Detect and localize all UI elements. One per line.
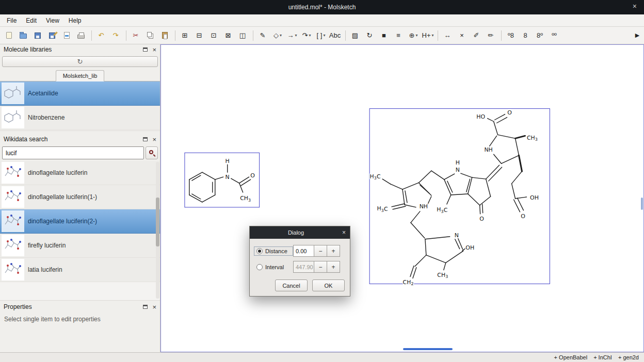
insert-text-item-button[interactable]: ⊡ xyxy=(207,29,221,42)
close-panel-icon[interactable]: × xyxy=(152,46,156,53)
toolbar-glyph: → xyxy=(287,32,294,39)
export-button[interactable] xyxy=(60,29,74,42)
wikidata-item-firefly-luciferin[interactable]: firefly luciferin xyxy=(0,234,160,258)
dialog-close-button[interactable]: × xyxy=(342,229,350,236)
spin-increment-button[interactable]: + xyxy=(327,245,340,257)
insert-item-button[interactable]: ⊟ xyxy=(193,29,206,42)
hydrogen-tool-button[interactable]: H+ ▾ xyxy=(421,29,434,42)
toolbar-extension-button[interactable]: ▶ xyxy=(633,29,642,42)
open-file-button[interactable] xyxy=(17,29,30,42)
wikidata-list-scrollbar[interactable] xyxy=(156,162,159,299)
wikidata-search-button[interactable] xyxy=(146,146,158,159)
text-tool-button[interactable]: Abc xyxy=(329,29,342,42)
menu-item[interactable]: View xyxy=(41,15,64,26)
new-file-button[interactable] xyxy=(3,29,16,42)
cancel-button[interactable]: Cancel xyxy=(275,279,308,291)
canvas-vscroll-thumb[interactable] xyxy=(641,198,643,210)
scene-svg[interactable]: HNOCH3HOOCH3NHHNH3CH3CH3CNHOOHONOHCH3CH2 xyxy=(161,45,643,352)
menu-item[interactable]: File xyxy=(2,15,21,26)
molecule-luciferin[interactable]: HOOCH3NHHNH3CH3CH3CNHOOHONOHCH3CH2 xyxy=(370,109,539,286)
cut-button[interactable]: ✂ xyxy=(130,29,143,42)
save-button[interactable] xyxy=(31,29,45,42)
float-panel-icon[interactable] xyxy=(143,47,148,52)
canvas-hscroll-thumb[interactable] xyxy=(403,348,453,350)
insert-frame-button[interactable]: ⊠ xyxy=(222,29,235,42)
float-panel-icon[interactable] xyxy=(143,137,148,141)
spinbox-value[interactable]: 447.90 xyxy=(293,261,314,273)
atom-label: N xyxy=(226,174,230,180)
ok-button[interactable]: OK xyxy=(312,279,345,291)
redo-button[interactable]: ↷ xyxy=(109,29,123,42)
undo-button[interactable]: ↶ xyxy=(95,29,108,42)
close-panel-icon[interactable]: × xyxy=(152,136,156,143)
wikidata-item-label: dinoflagellate luciferin xyxy=(28,169,87,176)
toolbar-glyph: ≡ xyxy=(396,32,400,39)
insert-molecule-button[interactable]: ⊞ xyxy=(179,29,192,42)
wikidata-item-dinoflagellate-luciferin-2[interactable]: dinoflagellate luciferin(2-) xyxy=(0,209,160,234)
spin-decrement-button[interactable]: − xyxy=(314,261,327,273)
tab-molsketch-lib[interactable]: Molsketch_lib xyxy=(56,70,105,81)
paste-button[interactable] xyxy=(158,29,172,42)
mechanism-arrow-tool-button[interactable]: ↷ ▾ xyxy=(300,29,313,42)
window-close-button[interactable]: × xyxy=(631,2,639,10)
reaction-arrow-tool-button[interactable]: → ▾ xyxy=(285,29,299,42)
toolbar-button xyxy=(501,30,502,41)
library-refresh-button[interactable]: ↻ xyxy=(2,56,158,67)
charge-tool-button[interactable]: ⊕ ▾ xyxy=(407,29,420,42)
optimize-tool-4[interactable]: ºº xyxy=(548,29,561,42)
atom-label: N xyxy=(455,232,459,239)
optimize-tool-1[interactable]: º8 xyxy=(505,29,518,42)
toolbar-glyph: [ ] xyxy=(317,32,323,39)
line-width-button[interactable]: ≡ xyxy=(392,29,406,42)
spin-increment-button[interactable]: + xyxy=(327,261,340,273)
print-button[interactable] xyxy=(75,29,88,42)
menu-item[interactable]: Edit xyxy=(21,15,41,26)
save-as-button[interactable] xyxy=(46,29,59,42)
pen-arrow-tool-button[interactable]: ✏ xyxy=(485,29,498,42)
hash-tool-button[interactable]: ▨ xyxy=(349,29,362,42)
copy-button[interactable] xyxy=(144,29,157,42)
spinbox-value[interactable]: 0.00 xyxy=(293,245,314,257)
bracket-tool-button[interactable]: [ ] ▾ xyxy=(314,29,328,42)
wikidata-item-dinoflagellate-luciferin-1[interactable]: dinoflagellate luciferin(1-) xyxy=(0,185,160,209)
molecule-acetanilide[interactable]: HNOCH3 xyxy=(189,158,255,203)
spinbox: 447.90 − + xyxy=(293,261,340,273)
radio-option[interactable]: Distance xyxy=(254,246,293,256)
selection-rectangle[interactable] xyxy=(369,109,550,284)
menu-item[interactable]: Help xyxy=(64,15,86,26)
radio-option[interactable]: Interval xyxy=(254,262,293,272)
wikidata-item-dinoflagellate-luciferin[interactable]: dinoflagellate luciferin xyxy=(0,161,160,185)
library-tabbar: Molsketch_lib xyxy=(0,70,160,81)
wikidata-search-input[interactable] xyxy=(2,146,144,159)
toolbar-glyph: ■ xyxy=(382,32,386,39)
float-panel-icon[interactable] xyxy=(143,305,148,309)
toolbar-icon xyxy=(162,32,168,39)
optimize-tool-2[interactable]: 8 xyxy=(519,29,533,42)
ring-tool-button[interactable]: ◇ ▾ xyxy=(271,29,284,42)
rotate-tool-button[interactable]: ↻ xyxy=(363,29,377,42)
canvas[interactable]: HNOCH3HOOCH3NHHNH3CH3CH3CNHOOHONOHCH3CH2 xyxy=(160,44,644,352)
status-indicator: + OpenBabel xyxy=(554,354,588,360)
library-item-acetanilide[interactable]: Acetanilide xyxy=(0,81,160,106)
insert-table-button[interactable]: ◫ xyxy=(236,29,250,42)
scrollbar-thumb[interactable] xyxy=(156,198,159,246)
pen-tool-button[interactable]: ✐ xyxy=(470,29,484,42)
radio-button[interactable] xyxy=(256,264,263,270)
molecule-thumbnail xyxy=(2,107,24,128)
search-row xyxy=(0,145,160,161)
color-button[interactable]: ■ xyxy=(378,29,391,42)
spin-decrement-button[interactable]: − xyxy=(314,245,327,257)
distance-row: Distance 0.00 − + xyxy=(254,244,346,258)
radio-button[interactable] xyxy=(256,248,263,254)
delete-tool-button[interactable]: × xyxy=(456,29,469,42)
optimize-tool-3[interactable]: 8º xyxy=(534,29,547,42)
toolbar-glyph: ✐ xyxy=(474,32,479,39)
close-panel-icon[interactable]: × xyxy=(152,304,156,310)
flip-tool-button[interactable]: ↔ xyxy=(441,29,455,42)
draw-tool-button[interactable]: ✎ xyxy=(256,29,270,42)
library-item-nitrobenzene[interactable]: Nitrobenzene xyxy=(0,106,160,130)
toolbar-glyph: 8º xyxy=(537,32,543,39)
window-title: untitled.mol* - Molsketch xyxy=(288,4,356,11)
panel-header: Properties × xyxy=(0,302,160,312)
wikidata-item-latia-luciferin[interactable]: latia luciferin xyxy=(0,258,160,282)
